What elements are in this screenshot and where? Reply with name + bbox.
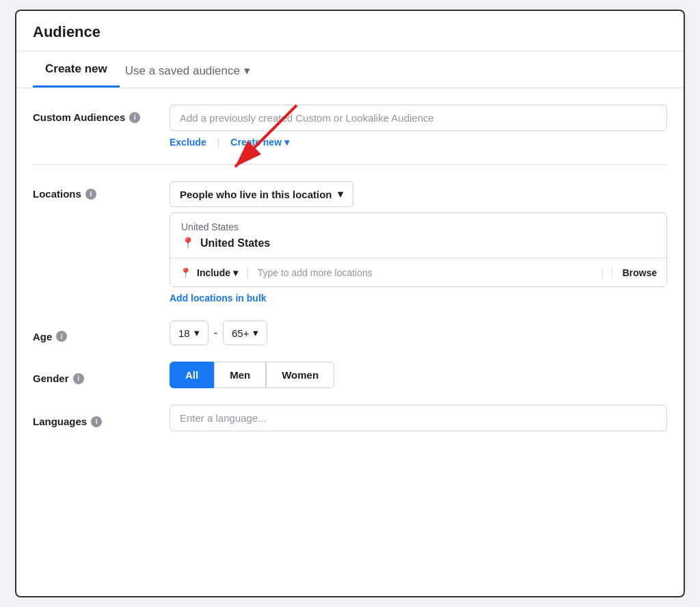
browse-button[interactable]: Browse	[612, 267, 657, 278]
locations-info-icon[interactable]: i	[85, 189, 96, 200]
locations-content: People who live in this location ▾ Unite…	[170, 181, 667, 304]
card-title: Audience	[33, 23, 100, 40]
custom-audiences-info-icon[interactable]: i	[129, 112, 140, 123]
age-max-arrow: ▾	[253, 327, 258, 339]
age-label: Age i	[33, 324, 170, 342]
location-dropdown-icon: ▾	[338, 188, 343, 200]
create-new-link[interactable]: Create new ▾	[230, 137, 289, 148]
age-info-icon[interactable]: i	[56, 331, 67, 342]
tabs-section: Create new Use a saved audience ▾	[16, 51, 684, 88]
include-dropdown[interactable]: Include ▾	[197, 267, 238, 278]
location-selected-area: United States 📍 United States	[170, 213, 667, 258]
gender-row: Gender i All Men Women	[33, 362, 667, 388]
age-dash: -	[214, 327, 217, 339]
age-row: Age i 18 ▾ - 65+ ▾	[33, 321, 667, 345]
dropdown-icon: ▾	[244, 64, 250, 78]
location-box: United States 📍 United States 📍 Include …	[170, 213, 667, 287]
gender-info-icon[interactable]: i	[73, 373, 84, 384]
tab-saved-audience[interactable]: Use a saved audience ▾	[120, 53, 262, 87]
location-input-pin-icon: 📍	[180, 267, 191, 278]
languages-row: Languages i	[33, 405, 667, 431]
custom-audiences-input-col: Exclude | Create new ▾	[170, 105, 667, 148]
include-dropdown-arrow: ▾	[233, 267, 238, 278]
age-min-dropdown[interactable]: 18 ▾	[170, 321, 208, 345]
gender-men-button[interactable]: Men	[214, 362, 266, 388]
audience-card: Audience Create new Use a saved audience…	[15, 10, 685, 597]
gender-controls: All Men Women	[170, 362, 334, 388]
languages-input-col	[170, 405, 667, 431]
pin-icon: 📍	[181, 237, 195, 249]
custom-audiences-row: Custom Audiences i Exclude | Create new …	[33, 105, 667, 148]
gender-label: Gender i	[33, 366, 170, 384]
add-bulk-link[interactable]: Add locations in bulk	[170, 293, 267, 304]
gender-all-button[interactable]: All	[170, 362, 214, 388]
languages-input[interactable]	[170, 405, 667, 431]
age-min-arrow: ▾	[194, 327, 200, 339]
locations-row: Locations i People who live in this loca…	[33, 181, 667, 304]
gender-women-button[interactable]: Women	[266, 362, 334, 388]
location-hint: United States	[181, 221, 656, 232]
section-divider	[33, 164, 667, 165]
custom-audiences-input[interactable]	[170, 105, 667, 131]
browse-separator: |	[601, 265, 604, 280]
location-item: 📍 United States	[181, 237, 656, 249]
tab-create-new[interactable]: Create new	[33, 51, 120, 87]
custom-audiences-links: Exclude | Create new ▾	[170, 137, 667, 148]
exclude-link[interactable]: Exclude	[170, 137, 206, 148]
custom-audiences-label: Custom Audiences i	[33, 105, 170, 123]
card-header: Audience	[16, 11, 684, 51]
location-input-row: 📍 Include ▾ | | Browse	[170, 258, 667, 286]
age-controls: 18 ▾ - 65+ ▾	[170, 321, 267, 345]
input-row-separator: |	[246, 265, 250, 280]
languages-label: Languages i	[33, 409, 170, 427]
content-area: Custom Audiences i Exclude | Create new …	[16, 88, 684, 464]
location-type-input[interactable]	[258, 267, 593, 278]
locations-type-dropdown[interactable]: People who live in this location ▾	[170, 181, 353, 207]
locations-label: Locations i	[33, 181, 170, 200]
languages-info-icon[interactable]: i	[91, 416, 102, 427]
create-new-dropdown-icon: ▾	[284, 137, 289, 148]
age-max-dropdown[interactable]: 65+ ▾	[223, 321, 267, 345]
